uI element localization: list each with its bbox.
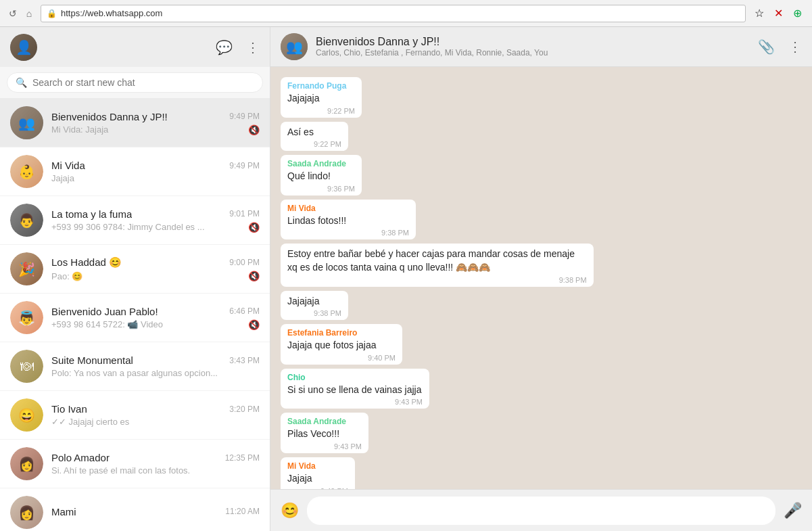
chat-preview: Mi Vida: Jajaja <box>51 124 245 135</box>
message-bubble: Mi Vida Lindas fotos!!! 9:38 PM <box>281 200 416 240</box>
chat-header-members: Carlos, Chio, Estefania , Fernando, Mi V… <box>316 48 750 57</box>
message-time: 9:38 PM <box>287 276 587 284</box>
search-input-wrap: 🔍 <box>7 72 263 93</box>
avatar: 👩 <box>10 496 43 529</box>
chat-header-icons: 📎 ⋮ <box>758 39 802 55</box>
message-text: Pilas Veco!!! <box>287 428 362 441</box>
chat-header: 👥 Bienvenidos Danna y JP!! Carlos, Chio,… <box>270 27 812 67</box>
avatar: 😄 <box>10 398 43 432</box>
forward-icon[interactable]: ⌂ <box>23 7 35 20</box>
extension-icon-2[interactable]: ⊕ <box>789 5 805 22</box>
chat-time: 6:46 PM <box>229 306 260 316</box>
message-text: Jajaja que fotos jajaa <box>287 339 396 352</box>
message-sender: Fernando Puga <box>287 81 355 91</box>
my-avatar[interactable]: 👤 <box>10 34 37 61</box>
mute-icon: 🔇 <box>248 222 260 233</box>
avatar: 🍽 <box>10 350 43 383</box>
emoji-button[interactable]: 😊 <box>281 502 299 520</box>
message-text: Jajajaja <box>287 295 341 308</box>
chat-name: Polo Amador <box>51 452 110 463</box>
messages-area: Fernando Puga Jajajaja 9:22 PM Así es 9:… <box>270 67 812 489</box>
browser-right-icons: ☆ ✕ ⊕ <box>751 5 805 22</box>
message-bubble: Chio Si si uno se llena de vainas jajja … <box>281 369 429 409</box>
url-bar[interactable]: 🔒 https://web.whatsapp.com <box>41 5 746 22</box>
list-item[interactable]: 👩 Polo Amador 12:35 PM Si. Ahí te pasé e… <box>0 440 270 488</box>
message-text: Lindas fotos!!! <box>287 214 409 228</box>
message-text: Qué lindo! <box>287 170 355 183</box>
avatar-img: 👩 <box>10 447 43 480</box>
chat-info: Suite Monumental 3:43 PM Polo: Ya nos va… <box>51 354 260 378</box>
chat-info: La toma y la fuma 9:01 PM +593 99 306 97… <box>51 208 260 233</box>
chat-name: Mi Vida <box>51 160 85 171</box>
chat-preview: +593 98 614 5722: 📹 Video <box>51 319 245 329</box>
message-bubble: Jajajaja 9:38 PM <box>281 291 348 321</box>
message-bubble: Mi Vida Jajaja 9:49 PM <box>281 457 355 489</box>
message-input[interactable] <box>307 497 775 525</box>
browser-nav-icons: ↺ ⌂ <box>7 7 35 20</box>
chat-time: 9:49 PM <box>229 161 260 170</box>
avatar-img: 😄 <box>10 398 43 432</box>
menu-icon[interactable]: ⋮ <box>246 39 260 55</box>
chat-name-row: Bienvenidos Danna y JP!! 9:49 PM <box>51 111 260 122</box>
chat-area: 👥 Bienvenidos Danna y JP!! Carlos, Chio,… <box>270 27 812 531</box>
avatar: 👶 <box>10 155 43 188</box>
attach-icon[interactable]: 📎 <box>758 39 775 55</box>
chat-name-row: Suite Monumental 3:43 PM <box>51 354 260 366</box>
chat-preview-row: +593 99 306 9784: Jimmy Candel es ... 🔇 <box>51 222 260 233</box>
new-chat-icon[interactable]: 💬 <box>216 39 233 55</box>
message-text: Si si uno se llena de vainas jajja <box>287 384 423 397</box>
chat-name-row: Mami 11:20 AM <box>51 506 260 517</box>
message-time: 9:43 PM <box>287 442 362 451</box>
avatar-img: 🎉 <box>10 252 43 285</box>
chat-name: Los Haddad 😊 <box>51 256 122 269</box>
chat-menu-icon[interactable]: ⋮ <box>788 39 802 55</box>
chat-preview-row: Mi Vida: Jajaja 🔇 <box>51 124 260 135</box>
bookmark-icon[interactable]: ☆ <box>751 5 767 22</box>
message-sender: Saada Andrade <box>287 159 355 168</box>
search-icon: 🔍 <box>16 77 27 88</box>
avatar-img: 👼 <box>10 301 43 334</box>
list-item[interactable]: 🎉 Los Haddad 😊 9:00 PM Pao: 😊 🔇 <box>0 245 270 294</box>
chat-name-row: La toma y la fuma 9:01 PM <box>51 208 260 220</box>
chat-header-avatar[interactable]: 👥 <box>281 33 308 60</box>
list-item[interactable]: 👥 Bienvenidos Danna y JP!! 9:49 PM Mi Vi… <box>0 99 270 147</box>
message-sender: Estefania Barreiro <box>287 328 396 338</box>
search-input[interactable] <box>32 77 254 88</box>
chat-info: Mi Vida 9:49 PM Jajaja <box>51 160 260 183</box>
chat-list: 👥 Bienvenidos Danna y JP!! 9:49 PM Mi Vi… <box>0 99 270 531</box>
chat-time: 9:01 PM <box>229 209 260 218</box>
list-item[interactable]: 🍽 Suite Monumental 3:43 PM Polo: Ya nos … <box>0 342 270 391</box>
message-time: 9:49 PM <box>287 487 348 489</box>
list-item[interactable]: 👩 Mami 11:20 AM <box>0 488 270 531</box>
list-item[interactable]: 👼 Bienvenido Juan Pablo! 6:46 PM +593 98… <box>0 294 270 342</box>
avatar-img: 👩 <box>10 496 43 529</box>
extension-icon-1[interactable]: ✕ <box>770 5 786 22</box>
message-time: 9:38 PM <box>287 309 341 317</box>
chat-info: Polo Amador 12:35 PM Si. Ahí te pasé el … <box>51 452 260 476</box>
message-bubble: Fernando Puga Jajajaja 9:22 PM <box>281 77 362 118</box>
message-text: Jajajaja <box>287 92 355 106</box>
mic-button[interactable]: 🎤 <box>784 502 802 520</box>
message-time: 9:22 PM <box>287 107 355 115</box>
chat-name-row: Polo Amador 12:35 PM <box>51 452 260 463</box>
chat-preview: Polo: Ya nos van a pasar algunas opcion.… <box>51 368 260 378</box>
message-bubble: Saada Andrade Qué lindo! 9:36 PM <box>281 155 362 195</box>
list-item[interactable]: 😄 Tio Ivan 3:20 PM ✓✓ Jajajaj cierto es <box>0 391 270 440</box>
chat-info: Bienvenidos Danna y JP!! 9:49 PM Mi Vida… <box>51 111 260 135</box>
chat-preview-row: +593 98 614 5722: 📹 Video 🔇 <box>51 319 260 330</box>
chat-name-row: Mi Vida 9:49 PM <box>51 160 260 171</box>
chat-preview-row: Pao: 😊 🔇 <box>51 271 260 281</box>
message-bubble: Así es 9:22 PM <box>281 122 348 152</box>
message-time: 9:43 PM <box>287 398 423 406</box>
input-area: 😊 🎤 <box>270 489 812 531</box>
chat-header-info: Bienvenidos Danna y JP!! Carlos, Chio, E… <box>316 36 750 57</box>
chat-info: Los Haddad 😊 9:00 PM Pao: 😊 🔇 <box>51 256 260 281</box>
list-item[interactable]: 👶 Mi Vida 9:49 PM Jajaja <box>0 147 270 196</box>
back-icon[interactable]: ↺ <box>7 7 19 20</box>
message-time: 9:36 PM <box>287 185 355 193</box>
chat-name-row: Los Haddad 😊 9:00 PM <box>51 256 260 269</box>
chat-name: Bienvenido Juan Pablo! <box>51 306 158 317</box>
list-item[interactable]: 👨 La toma y la fuma 9:01 PM +593 99 306 … <box>0 196 270 245</box>
chat-time: 11:20 AM <box>225 507 260 516</box>
sidebar-header-icons: 💬 ⋮ <box>216 39 260 55</box>
